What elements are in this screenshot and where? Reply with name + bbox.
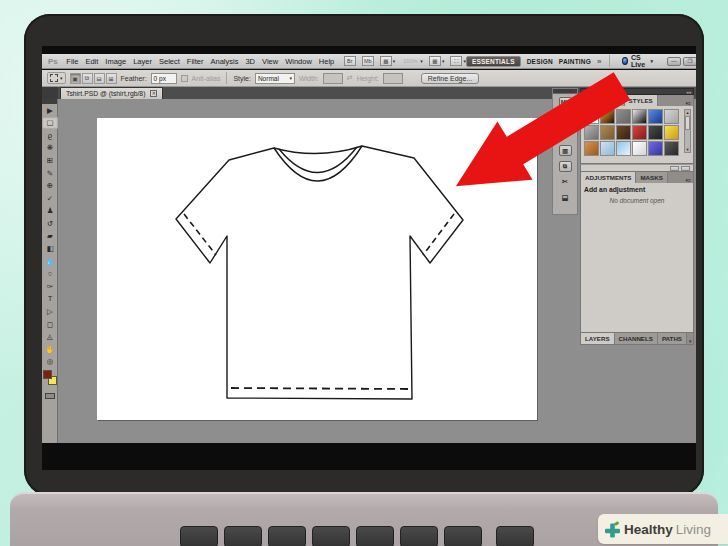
quick-selection-tool[interactable]: ❋	[42, 142, 58, 155]
restore-button[interactable]: ❐	[683, 57, 696, 66]
minibridge-icon[interactable]: Mb	[359, 56, 374, 66]
keyboard-key[interactable]	[268, 526, 306, 546]
tab-paths[interactable]: PATHS	[658, 333, 687, 344]
keyboard-key[interactable]	[224, 526, 262, 546]
zoom-level-dropdown[interactable]: 100%▾	[398, 56, 423, 66]
selection-mode-3[interactable]: ⊞	[106, 73, 117, 84]
width-input[interactable]	[323, 73, 343, 84]
document-canvas[interactable]	[97, 118, 537, 420]
rectangular-marquee-tool[interactable]: ▢	[42, 117, 58, 130]
minimize-button[interactable]: —	[667, 57, 681, 66]
menu-analysis[interactable]: Analysis	[207, 57, 242, 66]
anti-alias-checkbox[interactable]	[181, 75, 188, 82]
menu-filter[interactable]: Filter	[183, 57, 207, 66]
healing-brush-tool[interactable]: ⊕	[42, 180, 58, 193]
3d-rotate-tool[interactable]: ◬	[42, 331, 58, 344]
menu-3d[interactable]: 3D	[242, 57, 259, 66]
dodge-tool[interactable]: ○	[42, 268, 58, 281]
zoom-tool[interactable]: ◎	[42, 356, 58, 369]
selection-mode-1[interactable]: ⧉	[82, 73, 93, 84]
document-tab[interactable]: Tshirt.PSD @ (tshirt,rgb/8) ✕	[60, 87, 163, 99]
tool-presets-panel-icon[interactable]: ✂	[553, 174, 577, 190]
shape-tool[interactable]: ◻	[42, 318, 58, 331]
style-swatch-14[interactable]	[600, 141, 615, 156]
tab-adjustments[interactable]: ADJUSTMENTS	[581, 172, 636, 183]
gradient-tool[interactable]: ◧	[42, 243, 58, 256]
styles-scrollbar[interactable]: ▲ ▼	[684, 109, 691, 153]
tab-layers[interactable]: LAYERS	[581, 333, 615, 344]
menu-window[interactable]: Window	[282, 57, 316, 66]
feather-input[interactable]: 0 px	[151, 73, 177, 84]
swap-dimensions-icon[interactable]: ⇄	[347, 74, 353, 82]
keyboard-key[interactable]	[496, 526, 534, 546]
quick-mask-icon[interactable]	[45, 393, 55, 399]
tab-styles[interactable]: STYLES	[625, 95, 658, 106]
eyedropper-tool[interactable]: ✎	[42, 167, 58, 180]
selection-mode-0[interactable]: ▣	[70, 73, 81, 84]
view-extras-icon[interactable]: ▦▾	[377, 56, 396, 66]
style-swatch-16[interactable]	[632, 141, 647, 156]
blur-tool[interactable]: 💧	[42, 255, 58, 268]
menu-edit[interactable]: Edit	[82, 57, 102, 66]
menu-image[interactable]: Image	[102, 57, 130, 66]
close-icon[interactable]: ✕	[150, 90, 157, 97]
keyboard-key[interactable]	[180, 526, 218, 546]
foreground-color-swatch[interactable]	[43, 370, 52, 379]
keyboard-key[interactable]	[400, 526, 438, 546]
bridge-icon[interactable]: Br	[341, 56, 356, 66]
keyboard-key[interactable]	[356, 526, 394, 546]
tab-swatches[interactable]: SWATCHES	[581, 95, 625, 106]
style-swatch-4[interactable]	[632, 109, 647, 124]
style-swatch-10[interactable]	[632, 125, 647, 140]
workspace-overflow-chevron[interactable]: »	[597, 57, 601, 66]
eraser-tool[interactable]: ▰	[42, 230, 58, 243]
scrollbar-thumb[interactable]	[685, 116, 690, 130]
panel-menu-icon[interactable]: ▾	[687, 338, 694, 344]
selection-mode-2[interactable]: ⊟	[94, 73, 105, 84]
hand-tool[interactable]: ✋	[42, 343, 58, 356]
style-swatch-15[interactable]	[616, 141, 631, 156]
brush-tool[interactable]: ✓	[42, 192, 58, 205]
workspace-painting[interactable]: PAINTING	[559, 58, 591, 65]
style-dropdown[interactable]: Normal ▾	[255, 73, 295, 84]
style-swatch-3[interactable]	[616, 109, 631, 124]
style-swatch-1[interactable]	[584, 109, 599, 124]
refine-edge-button[interactable]: Refine Edge...	[421, 73, 479, 84]
tool-preset-picker[interactable]: ▾	[47, 72, 66, 84]
menu-select[interactable]: Select	[155, 57, 183, 66]
kuler-panel-icon[interactable]: ▤	[553, 110, 577, 126]
style-swatch-5[interactable]	[648, 109, 663, 124]
style-swatch-11[interactable]	[648, 125, 663, 140]
layer-comps-panel-icon[interactable]: ⧉	[553, 158, 577, 174]
style-swatch-7[interactable]	[584, 125, 599, 140]
delete-style-button[interactable]	[681, 166, 690, 171]
style-swatch-13[interactable]	[584, 141, 599, 156]
cs-live-button[interactable]: CS Live ▾	[622, 54, 653, 68]
tab-masks[interactable]: MASKS	[636, 172, 667, 183]
style-swatch-6[interactable]	[664, 109, 679, 124]
pen-tool[interactable]: ✑	[42, 280, 58, 293]
move-tool[interactable]: ▶	[42, 104, 58, 117]
menu-file[interactable]: File	[63, 57, 82, 66]
scroll-up-icon[interactable]: ▲	[685, 110, 690, 115]
notes-panel-icon[interactable]: ⬓	[553, 190, 577, 206]
style-swatch-17[interactable]	[648, 141, 663, 156]
style-swatch-2[interactable]	[600, 109, 615, 124]
panel-dock-header[interactable]: ◂◂	[580, 88, 694, 95]
tab-channels[interactable]: CHANNELS	[615, 333, 658, 344]
height-input[interactable]	[383, 73, 403, 84]
screen-mode-icon[interactable]: ⛶▾	[447, 56, 466, 66]
menu-view[interactable]: View	[259, 57, 282, 66]
minibridge-panel-icon[interactable]: Mb	[553, 94, 577, 110]
lasso-tool[interactable]: ϱ	[42, 129, 58, 142]
workspace-design[interactable]: DESIGN	[527, 58, 553, 65]
keyboard-key[interactable]	[444, 526, 482, 546]
workspace-essentials[interactable]: ESSENTIALS	[466, 56, 521, 67]
path-selection-tool[interactable]: ▷	[42, 306, 58, 319]
histogram-panel-icon[interactable]: ▥	[553, 142, 577, 158]
new-style-button[interactable]	[670, 166, 679, 171]
scroll-down-icon[interactable]: ▼	[685, 147, 690, 152]
crop-tool[interactable]: ⊞	[42, 154, 58, 167]
style-swatch-12[interactable]	[664, 125, 679, 140]
style-swatch-18[interactable]	[664, 141, 679, 156]
